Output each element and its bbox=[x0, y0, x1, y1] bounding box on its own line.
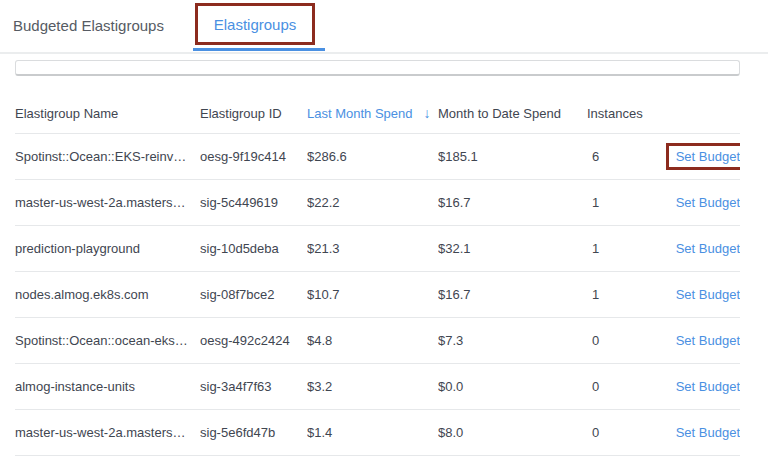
table-row: master-us-west-2a.masters… sig-5e6fd47b … bbox=[15, 410, 740, 456]
cell-action: Set Budget bbox=[666, 143, 740, 170]
cell-instances: 1 bbox=[587, 241, 660, 256]
cell-elastigroup-id: oesg-492c2424 bbox=[200, 333, 307, 348]
cell-instances: 1 bbox=[587, 287, 660, 302]
cell-last-month-spend: $22.2 bbox=[307, 195, 438, 210]
cell-instances: 0 bbox=[587, 333, 660, 348]
col-header-last-month-spend[interactable]: Last Month Spend ↓ bbox=[307, 106, 438, 121]
cell-month-to-date-spend: $0.0 bbox=[438, 379, 587, 394]
set-budget-link[interactable]: Set Budget bbox=[676, 379, 740, 394]
set-budget-link[interactable]: Set Budget bbox=[676, 241, 740, 256]
cell-last-month-spend: $286.6 bbox=[307, 149, 438, 164]
tab-budgeted-elastigroups[interactable]: Budgeted Elastigroups bbox=[13, 0, 164, 52]
cell-elastigroup-id: sig-5e6fd47b bbox=[200, 425, 307, 440]
cell-elastigroup-name: almog-instance-units bbox=[15, 379, 200, 394]
cell-action: Set Budget bbox=[676, 287, 740, 302]
cell-action: Set Budget bbox=[676, 241, 740, 256]
filter-input[interactable] bbox=[15, 60, 740, 76]
table-row: prediction-playground sig-10d5deba $21.3… bbox=[15, 226, 740, 272]
cell-instances: 1 bbox=[587, 195, 660, 210]
cell-action: Set Budget bbox=[676, 379, 740, 394]
cell-month-to-date-spend: $16.7 bbox=[438, 287, 587, 302]
col-header-elastigroup-id[interactable]: Elastigroup ID bbox=[200, 106, 307, 121]
cell-instances: 0 bbox=[587, 379, 660, 394]
cell-elastigroup-id: sig-3a4f7f63 bbox=[200, 379, 307, 394]
table-row: nodes.almog.ek8s.com sig-08f7bce2 $10.7 … bbox=[15, 272, 740, 318]
cell-elastigroup-id: sig-5c449619 bbox=[200, 195, 307, 210]
tab-bar: Budgeted Elastigroups Elastigroups bbox=[0, 0, 768, 54]
sort-desc-icon: ↓ bbox=[424, 106, 431, 120]
cell-last-month-spend: $21.3 bbox=[307, 241, 438, 256]
set-budget-link[interactable]: Set Budget bbox=[676, 287, 740, 302]
table-header-row: Elastigroup Name Elastigroup ID Last Mon… bbox=[15, 93, 740, 134]
annotation-box-elastigroups-tab: Elastigroups bbox=[195, 3, 315, 45]
table-row: Spotinst::Ocean::EKS-reinv… oesg-9f19c41… bbox=[15, 134, 740, 180]
cell-action: Set Budget bbox=[676, 425, 740, 440]
tab-elastigroups[interactable]: Elastigroups bbox=[214, 16, 297, 33]
col-header-instances[interactable]: Instances bbox=[587, 106, 660, 121]
cell-last-month-spend: $4.8 bbox=[307, 333, 438, 348]
cell-action: Set Budget bbox=[676, 195, 740, 210]
active-tab-indicator bbox=[193, 48, 325, 51]
cell-elastigroup-name: master-us-west-2a.masters… bbox=[15, 195, 200, 210]
table-body: Spotinst::Ocean::EKS-reinv… oesg-9f19c41… bbox=[15, 134, 740, 456]
cell-elastigroup-name: Spotinst::Ocean::ocean-eks… bbox=[15, 333, 200, 348]
cell-elastigroup-name: master-us-west-2a.masters… bbox=[15, 425, 200, 440]
col-header-last-month-spend-label: Last Month Spend bbox=[307, 106, 413, 121]
cell-elastigroup-id: sig-08f7bce2 bbox=[200, 287, 307, 302]
set-budget-link[interactable]: Set Budget bbox=[676, 333, 740, 348]
cell-last-month-spend: $1.4 bbox=[307, 425, 438, 440]
set-budget-link[interactable]: Set Budget bbox=[666, 143, 740, 170]
cell-month-to-date-spend: $185.1 bbox=[438, 149, 587, 164]
cell-instances: 6 bbox=[587, 149, 660, 164]
cell-action: Set Budget bbox=[676, 333, 740, 348]
cell-elastigroup-id: sig-10d5deba bbox=[200, 241, 307, 256]
table-row: almog-instance-units sig-3a4f7f63 $3.2 $… bbox=[15, 364, 740, 410]
cell-month-to-date-spend: $7.3 bbox=[438, 333, 587, 348]
cell-month-to-date-spend: $32.1 bbox=[438, 241, 587, 256]
col-header-elastigroup-name[interactable]: Elastigroup Name bbox=[15, 106, 200, 121]
table-row: master-us-west-2a.masters… sig-5c449619 … bbox=[15, 180, 740, 226]
set-budget-link[interactable]: Set Budget bbox=[676, 195, 740, 210]
cell-instances: 0 bbox=[587, 425, 660, 440]
set-budget-link[interactable]: Set Budget bbox=[676, 425, 740, 440]
col-header-month-to-date-spend[interactable]: Month to Date Spend bbox=[438, 106, 587, 121]
cell-elastigroup-id: oesg-9f19c414 bbox=[200, 149, 307, 164]
cell-last-month-spend: $10.7 bbox=[307, 287, 438, 302]
table-row: Spotinst::Ocean::ocean-eks… oesg-492c242… bbox=[15, 318, 740, 364]
cell-month-to-date-spend: $16.7 bbox=[438, 195, 587, 210]
elastigroups-table: Elastigroup Name Elastigroup ID Last Mon… bbox=[15, 93, 740, 456]
cell-last-month-spend: $3.2 bbox=[307, 379, 438, 394]
cell-elastigroup-name: Spotinst::Ocean::EKS-reinv… bbox=[15, 149, 200, 164]
cell-month-to-date-spend: $8.0 bbox=[438, 425, 587, 440]
cell-elastigroup-name: nodes.almog.ek8s.com bbox=[15, 287, 200, 302]
cell-elastigroup-name: prediction-playground bbox=[15, 241, 200, 256]
